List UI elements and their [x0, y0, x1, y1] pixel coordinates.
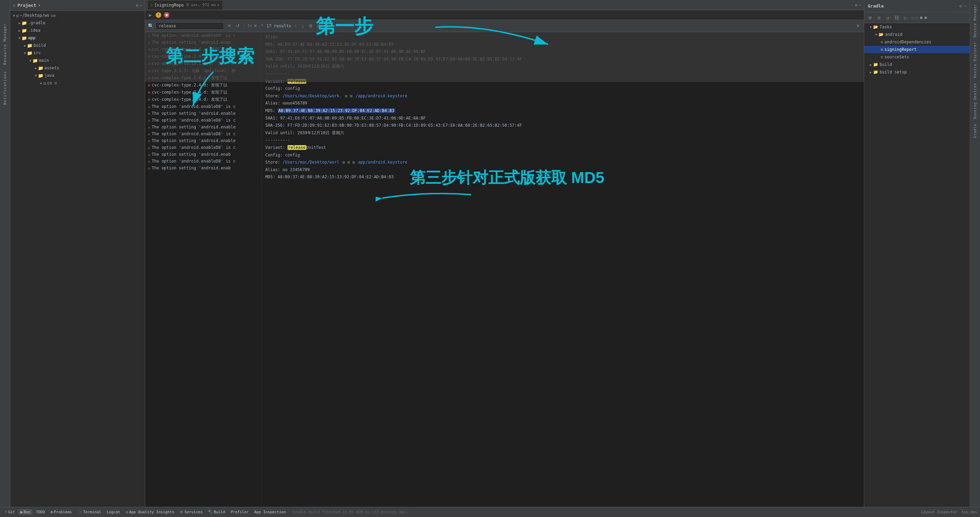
build-icon: 🔨 [208, 510, 213, 514]
gradle-settings-icon[interactable]: ⚙ [959, 4, 962, 8]
output-config-2: Config: config [265, 152, 860, 159]
search-filter-button[interactable]: ▾ [331, 23, 336, 29]
search-option2-button[interactable]: ⊟ [316, 23, 322, 29]
run-minimize-icon[interactable]: — [859, 3, 861, 8]
gradle-android-folder[interactable]: ▼ 📂 android [864, 31, 970, 38]
store-link-1[interactable]: /Users/mac/Desktop/work. [283, 94, 342, 99]
gradle-build-icon: 📁 [873, 62, 878, 67]
warn-icon-14: ⚠ [148, 125, 150, 129]
problems-button[interactable]: ⊗ Problems [48, 509, 74, 515]
console-line-9: ⊗ cvc-complex-type.2.4.d: 发现了以 [145, 89, 261, 96]
terminal-button[interactable]: ⬛ Terminal [75, 509, 103, 515]
run-tab[interactable]: ⚠ [signingRepo 8 sec, 972 ms ✕ [148, 1, 222, 10]
warn-icon-19: ⚠ [148, 159, 150, 164]
run-tab-close-icon[interactable]: ✕ [217, 3, 220, 7]
app-inspection-label: App Inspection [254, 510, 286, 514]
running-devices-tab[interactable]: Running Devices [972, 81, 978, 121]
run-controls-bar: ▶ ! ● [145, 10, 864, 20]
whole-word-btn[interactable]: W [254, 24, 256, 28]
match-case-btn[interactable]: Cc [248, 24, 252, 28]
app-quality-button[interactable]: ◇ App Quality Insights [124, 509, 176, 515]
keystore-link-1[interactable]: /app/android.keystore [355, 94, 407, 99]
gradle-tasks-folder[interactable]: ▼ 📂 Tasks [864, 23, 970, 31]
tree-src-folder[interactable]: ▼ 📁 src [10, 49, 145, 57]
tree-assets-folder[interactable]: ▶ 📁 assets [10, 64, 145, 72]
gradle-collapse-btn[interactable]: ⊟ [875, 14, 883, 22]
search-clear-button[interactable]: ✕ [226, 22, 232, 29]
output-config-1: Config: config [265, 85, 860, 92]
console-line-8: ⊗ cvc-complex-type.2.4.d: 发现了以 [145, 82, 261, 89]
run-tab-warning-icon: ⚠ [151, 3, 153, 7]
warn-icon-13: ⚠ [148, 118, 150, 122]
build-button[interactable]: 🔨 Build [206, 509, 227, 515]
run-status-button[interactable]: ▶ Run [18, 509, 33, 515]
console-line-19: ⚠ The option 'android.enableD8' is c [145, 158, 261, 165]
gradle-signing-report[interactable]: ⚙ signingReport [864, 46, 970, 53]
project-dropdown-icon[interactable]: ▾ [38, 3, 41, 8]
search-close-button[interactable]: ✕ [855, 22, 861, 29]
todo-button[interactable]: TODO [34, 509, 47, 515]
gradle-link-btn[interactable]: ⛓ [893, 14, 900, 22]
gradle-run-btn[interactable]: ▷ [902, 14, 909, 22]
warning-badge: ! [155, 11, 162, 19]
gradle-build-setup-folder[interactable]: ▶ 📁 build setup [864, 68, 970, 76]
run-tab-controls: ⚙ — [855, 3, 861, 8]
gradle-build-label: build [880, 62, 892, 67]
keystore-link-2[interactable]: app/android.keystore [358, 160, 407, 165]
output-valid-line-1: Valid until: 2039年12月10日 星期六 [265, 63, 860, 70]
logcat-button[interactable]: Logcat [105, 509, 122, 515]
project-minimize-icon[interactable]: — [140, 3, 142, 8]
gradle-expand-btn[interactable]: ⊞ [866, 14, 874, 22]
search-down-button[interactable]: ↓ [301, 22, 305, 29]
search-option1-button[interactable]: ⊞ [308, 23, 314, 29]
console-text-14: The option setting 'android.enable [152, 125, 235, 129]
device-manager-tab[interactable]: Device Manager [972, 2, 978, 39]
gradle-android-label: android [885, 32, 902, 37]
gradle-app-indicator: ■ ■ [920, 15, 927, 20]
gradle-side-tab[interactable]: Gradle [972, 122, 978, 140]
play-button[interactable]: ▶ [146, 11, 154, 19]
gradle-android-deps[interactable]: ⚙ androidDependencies [864, 38, 970, 46]
store-icon-1: ■ ■ [345, 94, 352, 99]
console-line-15: ⚠ The option 'android.enableD8' is c [145, 130, 261, 137]
app-inspection-button[interactable]: App Inspection [252, 509, 288, 515]
console-line-14: ⚠ The option setting 'android.enable [145, 124, 261, 130]
search-prev-button[interactable]: ↺ [235, 22, 241, 29]
search-input[interactable] [156, 22, 224, 30]
profiler-label: Profiler [231, 510, 248, 514]
notifications-tab[interactable]: Notifications [2, 68, 8, 108]
git-button[interactable]: ⑂ Git [3, 509, 17, 515]
tree-co-folder[interactable]: ▶ ■ co ■ [10, 79, 145, 87]
console-text-13: The option 'android.enableD8' is c [152, 118, 235, 122]
tree-root[interactable]: ▼ ■ ~/Desktop/wo ■■ [10, 12, 145, 19]
console-text-17: The option 'android.enableD8' is c [152, 145, 235, 150]
gradle-refresh-btn[interactable]: ↺ [884, 14, 892, 22]
tree-app-folder[interactable]: ▼ 📁 app [10, 34, 145, 42]
tree-main-folder[interactable]: ▼ 📁 main [10, 57, 145, 64]
tree-gradle-folder[interactable]: ▶ 📁 .gradle [10, 19, 145, 27]
run-status-label: Run [24, 510, 31, 514]
layout-inspector-button[interactable]: Layout Inspector [921, 510, 958, 514]
profiler-button[interactable]: Profiler [228, 509, 251, 515]
tree-java-folder[interactable]: ▼ 📁 java [10, 72, 145, 79]
md5-selected: A8:B9:37:4E:B8:39:A2:15:23:92:DF:04:E2:A… [278, 108, 395, 113]
error-icon-7: ⊗ [148, 76, 150, 81]
store-link-2[interactable]: /Users/mac/Desktop/worl [283, 160, 339, 165]
tree-build-folder[interactable]: ▶ 📁 build [10, 42, 145, 49]
device-explorer-tab[interactable]: Device Explorer [972, 40, 978, 80]
tree-idea-folder[interactable]: ▶ 📁 .idea [10, 27, 145, 34]
gradle-build-folder[interactable]: ▶ 📁 build [864, 61, 970, 68]
console-text-7: cvc-complex-type.2.4.a: 发现了以 [152, 75, 227, 81]
search-up-button[interactable]: ↑ [293, 22, 298, 29]
project-settings-icon[interactable]: ⚙ [136, 3, 138, 8]
regex-btn[interactable]: .* [258, 24, 263, 28]
run-settings-icon[interactable]: ⚙ [855, 3, 858, 8]
gradle-signing-report-label: signingReport [885, 47, 916, 52]
error-icon-10: ⊗ [148, 97, 150, 102]
search-option3-button[interactable]: ≡ [324, 23, 329, 29]
gradle-source-sets[interactable]: ⚙ sourceSets [864, 53, 970, 61]
services-button[interactable]: ⛭ Services [178, 509, 205, 515]
gradle-minimize-icon[interactable]: — [964, 4, 966, 8]
resource-manager-tab[interactable]: Resource Manager [2, 21, 8, 68]
console-text-20: The option setting 'android.enab [152, 165, 231, 170]
